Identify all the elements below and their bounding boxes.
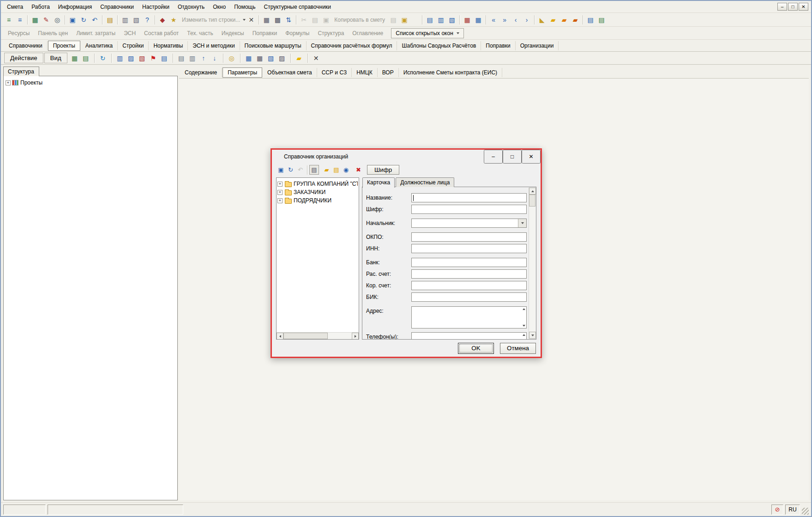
chief-combobox[interactable] [411,219,527,228]
menu-work[interactable]: Работа [27,2,54,12]
table-delete-icon[interactable]: ▦ [462,14,473,25]
bank-input[interactable] [411,258,527,267]
content-tab-vor[interactable]: ВОР [378,68,399,77]
wizard-icon[interactable]: ★ [168,14,179,25]
content-tab-object-estimate[interactable]: Объектная смета [263,68,317,77]
bik-input[interactable] [411,292,527,302]
save-icon[interactable]: ▣ [276,165,286,175]
panel-corrections[interactable]: Поправки [248,29,281,38]
content-tab-ssr[interactable]: ССР и СЗ [317,68,352,77]
copy-to-estimate-icon[interactable]: ▤ [388,14,399,25]
paste-icon[interactable]: ▣ [320,14,331,25]
dialog-minimize-button[interactable]: – [484,150,503,164]
panel-esn[interactable]: ЭСН [120,29,140,38]
refresh-icon[interactable]: ↻ [286,165,295,175]
name-input[interactable] [411,193,527,202]
pages-icon[interactable]: ▧ [131,14,142,25]
main-tab-analytics[interactable]: Аналитика [81,41,118,50]
expand-icon[interactable]: + [277,182,283,187]
methodic-books-icon[interactable]: ▤ [596,14,607,25]
scroll-left-button[interactable] [277,333,283,340]
move-down-icon[interactable]: ↓ [209,53,220,63]
grid-icon[interactable]: ▦ [261,14,272,25]
code-input[interactable] [411,205,527,214]
grid-gray-icon[interactable]: ▦ [254,53,265,63]
insert-subsection-icon[interactable]: ≡ [14,14,25,25]
main-tab-organizations[interactable]: Организации [516,41,559,50]
dialog-titlebar[interactable]: Справочник организаций –□✕ [272,150,541,164]
page-next-icon[interactable]: ▥ [187,53,198,63]
main-tab-esn-methods[interactable]: ЭСН и методики [188,41,240,50]
print-document-icon[interactable]: ▤ [424,14,435,25]
window-minimize-button[interactable]: – [777,3,787,11]
expand-icon[interactable]: + [277,190,283,195]
action-menu[interactable]: Действие [4,53,43,63]
open-windows-button[interactable]: Список открытых окон [391,28,464,38]
main-tab-calc-formulas[interactable]: Справочник расчётных формул [307,41,397,50]
scroll-down-icon[interactable] [523,325,525,327]
insert-object-icon[interactable]: ◆ [157,14,168,25]
panel-price-panel[interactable]: Панель цен [34,29,72,38]
menu-information[interactable]: Информация [54,2,96,12]
shift-left-icon[interactable]: ‹ [510,14,521,25]
view-list-icon[interactable]: ▤ [80,53,91,63]
window-maximize-button[interactable]: □ [788,3,798,11]
panel-formulas[interactable]: Формулы [281,29,313,38]
cipher-button[interactable]: Шифр [367,165,399,175]
dialog-tab-card[interactable]: Карточка [362,177,395,188]
account-input[interactable] [411,269,527,279]
insert-section-icon[interactable]: ≡ [3,14,14,25]
main-tab-normatives[interactable]: Нормативы [149,41,188,50]
tree-contractors[interactable]: + ПОДРЯДЧИКИ [277,196,358,205]
grid-edit-icon[interactable]: ▩ [272,14,283,25]
grid-hatch-icon[interactable]: ▧ [265,53,277,63]
car-icon[interactable]: ▰ [570,14,581,25]
close-view-icon[interactable]: ✕ [311,53,322,63]
expand-icon[interactable]: + [277,198,283,203]
panel-toc[interactable]: Оглавление [348,29,387,38]
menu-help[interactable]: Помощь [230,2,259,12]
truck-yellow-icon[interactable]: ▰ [547,14,559,25]
chart-icon[interactable]: ▨ [126,53,137,63]
help-document-icon[interactable]: ? [142,14,153,25]
tree-horizontal-scrollbar[interactable] [277,332,359,339]
main-tab-search-routes[interactable]: Поисковые маршруты [240,41,307,50]
marker-icon[interactable]: ◣ [536,14,547,25]
dialog-maximize-button[interactable]: □ [503,150,522,164]
new-folder-icon[interactable]: ▰ [322,165,331,175]
phones-input[interactable] [411,332,527,340]
corr-account-input[interactable] [411,281,527,290]
cancel-edit-icon[interactable]: ✕ [246,14,257,25]
table-add-icon[interactable]: ▦ [473,14,484,25]
panel-tech-part[interactable]: Тех. часть [183,29,217,38]
cut-icon[interactable]: ✂ [298,14,309,25]
sort-columns-icon[interactable]: ⇅ [283,14,294,25]
paste-special-icon[interactable]: ▣ [399,14,410,25]
content-tab-contents[interactable]: Содержание [180,68,222,77]
content-tab-nmck[interactable]: НМЦК [352,68,378,77]
indent-icon[interactable]: » [499,14,510,25]
search-person-icon[interactable]: ◎ [226,53,237,63]
menu-structural-references[interactable]: Структурные справочники [259,2,335,12]
dialog-close-button[interactable]: ✕ [522,150,541,164]
main-tab-corrections[interactable]: Поправки [481,41,515,50]
structure-tab[interactable]: Структура [3,67,39,76]
person-icon[interactable]: ◉ [341,165,351,175]
cancel-button[interactable]: Отмена [500,343,536,354]
folders-view-icon[interactable]: ▤ [309,165,319,175]
scroll-right-button[interactable] [352,333,359,340]
main-tab-summary-templates[interactable]: Шаблоны Сводных Расчётов [397,41,481,50]
dialog-tab-officials[interactable]: Должностные лица [396,177,454,187]
new-folder-icon[interactable]: ▰ [294,53,305,63]
load-document-icon[interactable]: ▤ [104,14,115,25]
window-close-button[interactable]: ✕ [799,3,808,11]
document-pp-icon[interactable]: ▧ [446,14,457,25]
main-tab-projects[interactable]: Проекты [48,41,80,51]
scroll-up-icon[interactable] [523,334,525,336]
menu-references[interactable]: Справочники [96,2,138,12]
language-indicator[interactable]: RU [785,505,800,515]
content-tab-contract-eis[interactable]: Исполнение Сметы контракта (ЕИС) [399,68,502,77]
outdent-icon[interactable]: « [488,14,499,25]
panel-work-composition[interactable]: Состав работ [140,29,183,38]
panel-indexes[interactable]: Индексы [217,29,248,38]
